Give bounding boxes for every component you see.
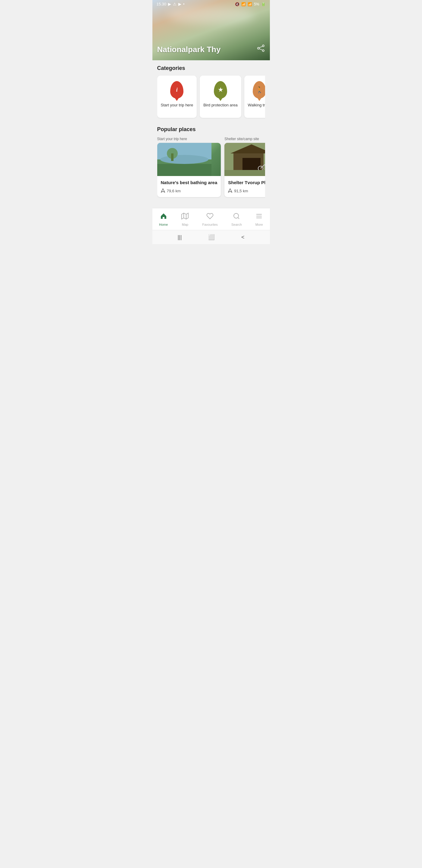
- svg-point-7: [160, 155, 208, 164]
- play-icon-2: ▶: [178, 2, 181, 6]
- start-trip-icon-container: i: [169, 81, 185, 99]
- search-nav-label: Search: [231, 223, 242, 226]
- start-trip-label: Start your trip here: [161, 103, 193, 108]
- warning-icon: ⚠: [173, 2, 176, 6]
- svg-line-4: [259, 49, 262, 50]
- nav-item-home[interactable]: Home: [155, 211, 171, 227]
- svg-line-3: [259, 46, 262, 48]
- app-title: Nationalpark Thy: [157, 45, 221, 54]
- popular-place-item-1: Start your trip here: [157, 137, 221, 197]
- system-home-button[interactable]: ⬜: [208, 234, 215, 241]
- popular-places-section: Popular places Start your trip here: [157, 126, 265, 198]
- popular-places-scroll: Start your trip here: [157, 137, 265, 198]
- svg-point-1: [258, 47, 259, 49]
- svg-rect-10: [157, 164, 212, 176]
- wifi-icon: 📶: [241, 2, 246, 6]
- pin-olive: ★: [214, 81, 227, 98]
- category-card-walking-trails[interactable]: 🚶 Walking trails: [244, 76, 265, 118]
- play-icon-1: ▶: [168, 2, 171, 6]
- svg-point-0: [262, 45, 264, 47]
- main-content: Categories i Start your trip here ★ Bird…: [153, 60, 270, 203]
- svg-point-25: [234, 213, 238, 218]
- place-info-shelter-tvorup: Shelter Tvorup Plantation - Vestkyststie…: [224, 176, 265, 197]
- system-back-button[interactable]: <: [241, 234, 245, 241]
- place-image-shelter-tvorup: [224, 143, 265, 176]
- svg-rect-14: [242, 158, 261, 172]
- status-left: 15.30 ▶ ⚠ ▶ •: [157, 2, 185, 6]
- info-icon: i: [176, 87, 178, 93]
- favourites-nav-icon: [206, 213, 214, 221]
- place-name-shelter-tvorup: Shelter Tvorup Plantation - Vestkyststie…: [228, 180, 265, 186]
- bird-protection-label: Bird protection area: [203, 103, 237, 108]
- home-nav-icon: [160, 213, 167, 221]
- search-nav-icon: [233, 213, 240, 221]
- pin-amber: 🚶: [253, 81, 265, 98]
- map-nav-icon: [181, 213, 189, 221]
- system-nav-bar: ||| ⬜ <: [153, 230, 270, 244]
- pin-red: i: [170, 81, 184, 98]
- battery-icon: 🔋: [261, 2, 266, 6]
- navigation-icon-1: [161, 188, 165, 193]
- walking-icon: 🚶: [256, 86, 263, 93]
- dot-icon: •: [183, 2, 185, 6]
- walking-trails-label: Walking trails: [248, 103, 265, 108]
- place-image-bathing-area: [157, 143, 221, 176]
- status-right: 🔇 📶 📶 5% 🔋: [235, 2, 265, 6]
- distance-value-1: 79,6 km: [167, 189, 181, 193]
- map-nav-label: Map: [182, 223, 188, 226]
- nav-item-search[interactable]: Search: [228, 211, 246, 227]
- favourites-nav-label: Favourites: [202, 223, 218, 226]
- place-1-category-label: Start your trip here: [157, 137, 221, 143]
- distance-value-2: 91,5 km: [234, 189, 248, 193]
- nav-item-more[interactable]: More: [252, 211, 267, 227]
- status-bar: 15.30 ▶ ⚠ ▶ • 🔇 📶 📶 5% 🔋: [153, 0, 270, 8]
- more-nav-icon: [255, 213, 263, 221]
- svg-rect-19: [224, 170, 265, 176]
- place-card-shelter-tvorup[interactable]: Shelter Tvorup Plantation - Vestkyststie…: [224, 143, 265, 197]
- hero-banner: Nationalpark Thy: [153, 0, 270, 60]
- home-nav-label: Home: [159, 223, 168, 226]
- svg-line-26: [238, 218, 239, 219]
- popular-place-item-2: Shelter site/camp site: [224, 137, 265, 197]
- popular-places-section-title: Popular places: [157, 126, 265, 133]
- category-card-start-trip[interactable]: i Start your trip here: [157, 76, 197, 118]
- categories-section-title: Categories: [157, 65, 265, 71]
- place-distance-shelter-tvorup: 91,5 km: [228, 188, 265, 193]
- category-card-bird-protection[interactable]: ★ Bird protection area: [200, 76, 241, 118]
- place-card-bathing-area[interactable]: Nature's best bathing area 79,6 km: [157, 143, 221, 197]
- place-2-category-label: Shelter site/camp site: [224, 137, 265, 143]
- system-menu-button[interactable]: |||: [177, 234, 182, 241]
- star-icon: ★: [218, 87, 223, 93]
- nav-item-favourites[interactable]: Favourites: [199, 211, 221, 227]
- place-distance-bathing-area: 79,6 km: [161, 188, 218, 193]
- nav-item-map[interactable]: Map: [178, 211, 192, 227]
- svg-point-2: [262, 50, 264, 52]
- navigation-icon-2: [228, 188, 232, 193]
- place-name-bathing-area: Nature's best bathing area: [161, 180, 218, 186]
- battery-display: 5%: [254, 2, 259, 6]
- bird-protection-icon-container: ★: [213, 81, 228, 99]
- categories-scroll: i Start your trip here ★ Bird protection…: [157, 76, 265, 119]
- more-nav-label: More: [255, 223, 263, 226]
- walking-trails-icon-container: 🚶: [252, 81, 265, 99]
- share-button[interactable]: [257, 44, 265, 54]
- time-display: 15.30: [157, 2, 167, 6]
- signal-icon: 📶: [248, 2, 252, 6]
- svg-rect-9: [171, 153, 173, 161]
- place-info-bathing-area: Nature's best bathing area 79,6 km: [157, 176, 221, 197]
- mute-icon: 🔇: [235, 2, 239, 6]
- bottom-navigation: Home Map Favourites Search: [153, 208, 270, 230]
- svg-marker-22: [182, 213, 188, 219]
